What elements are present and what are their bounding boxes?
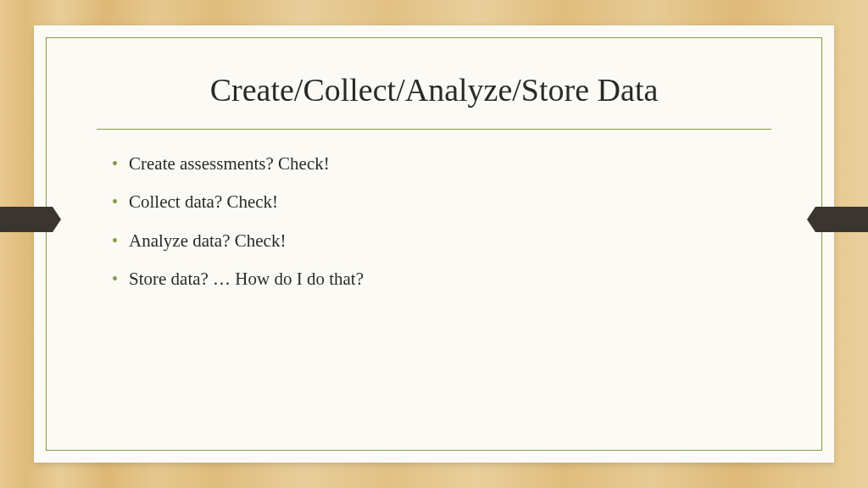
bullet-item: Store data? … How do I do that? <box>112 267 771 291</box>
slide-background: Create/Collect/Analyze/Store Data Create… <box>0 0 868 488</box>
slide-card: Create/Collect/Analyze/Store Data Create… <box>34 25 834 463</box>
slide-content: Create/Collect/Analyze/Store Data Create… <box>46 37 822 451</box>
bullet-list: Create assessments? Check! Collect data?… <box>97 152 771 292</box>
bullet-item: Analyze data? Check! <box>112 229 771 253</box>
title-divider <box>97 129 771 130</box>
bullet-item: Collect data? Check! <box>112 190 771 214</box>
slide-title: Create/Collect/Analyze/Store Data <box>97 71 771 108</box>
ribbon-left-decoration <box>0 207 53 232</box>
bullet-item: Create assessments? Check! <box>112 152 771 176</box>
ribbon-right-decoration <box>815 207 868 232</box>
